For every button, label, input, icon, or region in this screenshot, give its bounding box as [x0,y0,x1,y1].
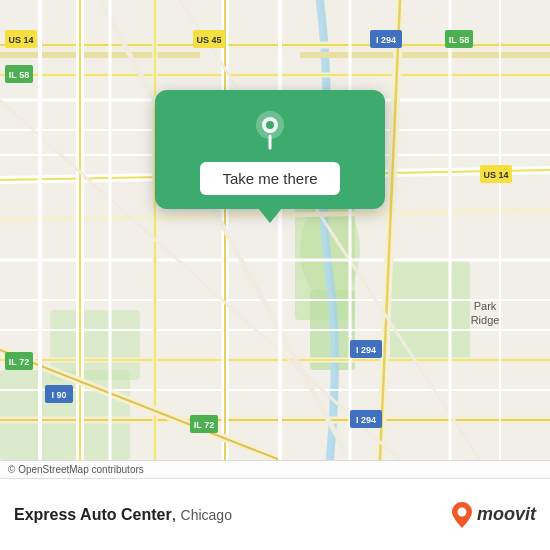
svg-point-74 [266,121,274,129]
svg-text:US 14: US 14 [483,170,508,180]
take-me-there-button[interactable]: Take me there [200,162,339,195]
place-info-bar: Express Auto Center, Chicago moovit [0,478,550,550]
location-popup: Take me there [155,90,385,209]
moovit-text: moovit [477,504,536,525]
svg-text:IL 58: IL 58 [449,35,469,45]
svg-text:I 294: I 294 [376,35,396,45]
moovit-pin-icon [451,501,473,529]
svg-text:I 294: I 294 [356,415,376,425]
svg-text:Park: Park [474,300,497,312]
svg-rect-4 [390,260,470,360]
svg-text:IL 72: IL 72 [9,357,29,367]
attribution-bar: © OpenStreetMap contributors [0,461,550,478]
bottom-bar: © OpenStreetMap contributors Express Aut… [0,460,550,550]
map-view: US 14 IL 58 US 45 I 294 IL 58 US 14 US 1… [0,0,550,460]
svg-text:US 14: US 14 [8,35,33,45]
svg-text:US 45: US 45 [196,35,221,45]
attribution-text: © OpenStreetMap contributors [8,464,144,475]
svg-text:IL 72: IL 72 [194,420,214,430]
location-pin-icon [248,108,292,152]
svg-rect-5 [50,310,140,380]
place-name: Express Auto Center [14,506,172,523]
svg-text:Ridge: Ridge [471,314,500,326]
svg-text:IL 58: IL 58 [9,70,29,80]
svg-text:I 90: I 90 [51,390,66,400]
place-city: Chicago [181,507,232,523]
svg-text:I 294: I 294 [356,345,376,355]
svg-point-75 [457,507,466,516]
place-separator: , [172,506,181,523]
moovit-logo: moovit [451,501,536,529]
place-info: Express Auto Center, Chicago [14,506,232,524]
